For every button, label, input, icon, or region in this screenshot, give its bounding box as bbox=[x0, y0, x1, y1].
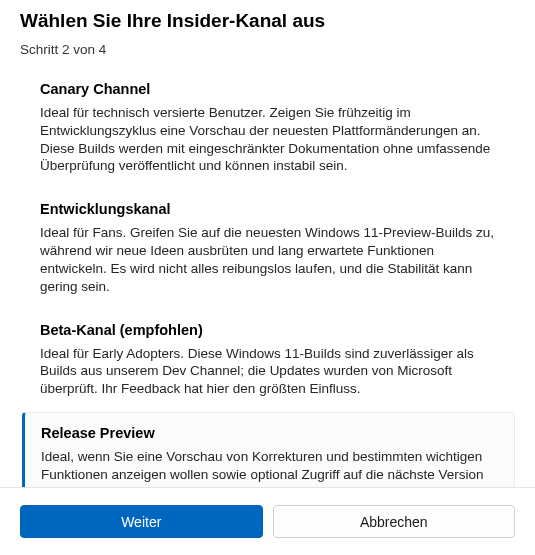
channel-option-canary[interactable]: Canary Channel Ideal für technisch versi… bbox=[22, 69, 515, 189]
channel-desc: Ideal für Early Adopters. Diese Windows … bbox=[40, 345, 497, 398]
channel-title: Beta-Kanal (empfohlen) bbox=[40, 322, 497, 338]
channel-title: Release Preview bbox=[41, 425, 496, 441]
channel-list: Canary Channel Ideal für technisch versi… bbox=[0, 61, 535, 534]
step-indicator: Schritt 2 von 4 bbox=[20, 42, 515, 57]
channel-option-beta[interactable]: Beta-Kanal (empfohlen) Ideal für Early A… bbox=[22, 310, 515, 412]
continue-button[interactable]: Weiter bbox=[20, 505, 263, 538]
header: Wählen Sie Ihre Insider-Kanal aus Schrit… bbox=[0, 0, 535, 61]
footer: Weiter Abbrechen bbox=[0, 487, 535, 555]
channel-desc: Ideal für Fans. Greifen Sie auf die neue… bbox=[40, 224, 497, 295]
channel-title: Canary Channel bbox=[40, 81, 497, 97]
page-title: Wählen Sie Ihre Insider-Kanal aus bbox=[20, 10, 515, 32]
cancel-button[interactable]: Abbrechen bbox=[273, 505, 516, 538]
channel-option-dev[interactable]: Entwicklungskanal Ideal für Fans. Greife… bbox=[22, 189, 515, 309]
channel-title: Entwicklungskanal bbox=[40, 201, 497, 217]
channel-desc: Ideal für technisch versierte Benutzer. … bbox=[40, 104, 497, 175]
